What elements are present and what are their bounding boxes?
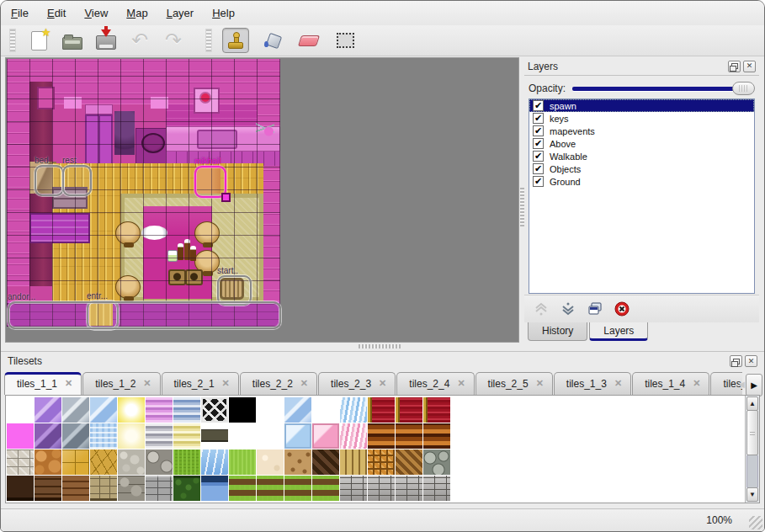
layer-row-keys[interactable]: ✔keys [529,112,754,125]
layer-row-Ground[interactable]: ✔Ground [529,175,754,188]
tile-stripe-orange[interactable] [368,423,395,449]
tileset-tab-tiles_2_2[interactable]: tiles_2_2✕ [240,372,317,395]
open-map-button[interactable] [60,29,85,52]
tile-floral-brown[interactable] [284,450,311,475]
tile-grass-bright[interactable] [229,450,256,475]
layer-row-Above[interactable]: ✔Above [529,137,754,150]
toolbar-drag-handle[interactable] [9,29,16,52]
tileset-tab-tiles_1_2[interactable]: tiles_1_2✕ [82,372,160,395]
tile-sand[interactable] [257,450,284,475]
undo-button[interactable]: ↶ [127,29,152,52]
tile-farm[interactable] [284,476,311,501]
tile-glass-pink[interactable] [312,397,339,423]
stamp-tool-button[interactable] [222,28,249,53]
tile-farm[interactable] [229,476,256,501]
menu-file[interactable]: File [11,7,29,19]
tile-pave-gray[interactable] [7,450,34,475]
tile-empty[interactable] [229,423,256,449]
scroll-up-button[interactable]: ▲ [746,396,758,411]
tile-curtain[interactable] [368,397,395,423]
tile-brickwall[interactable] [423,476,450,501]
layer-row-mapevents[interactable]: ✔mapevents [529,125,754,137]
tileset-tab-tiles_1_3[interactable]: tiles_1_3✕ [554,372,631,395]
scrollbar-thumb[interactable] [746,410,758,455]
tile-tile-yellow[interactable] [62,450,89,475]
map-object-rest[interactable] [62,165,92,196]
tile-water-lt[interactable] [90,423,117,449]
map-canvas[interactable]: bedrestmikhailstart..entr...andor... [7,59,280,327]
tile-brickwall[interactable] [368,476,395,501]
float-panel-button[interactable] [730,355,742,367]
tile-hedge[interactable] [173,476,200,501]
menu-layer[interactable]: Layer [167,7,194,19]
tile-brickwall[interactable] [340,476,367,501]
map-object-bed[interactable] [35,165,64,196]
tile-empty[interactable] [257,423,284,449]
tile-wall-brown[interactable] [35,476,61,501]
object-resize-handle[interactable] [221,193,231,202]
tile-glass-purple-d[interactable] [35,423,61,449]
tile-brick-gray[interactable] [146,476,173,501]
tile-farm[interactable] [257,476,284,501]
tile-tile-pink[interactable] [312,423,339,449]
float-panel-button[interactable] [728,61,741,72]
tile-farm[interactable] [312,476,339,501]
tile-stripe-yellow[interactable] [173,423,200,449]
layer-visible-checkbox[interactable]: ✔ [533,151,544,162]
tile-stripe-blue[interactable] [173,397,200,423]
resize-grip[interactable] [749,516,762,529]
duplicate-layer-button[interactable] [583,298,607,320]
eraser-tool-button[interactable] [296,29,321,52]
new-map-button[interactable] [26,29,51,52]
tile-wall-darkwood[interactable] [7,476,34,501]
map-viewport[interactable]: bedrestmikhailstart..entr...andor... [5,57,519,343]
tile-shingle-dark[interactable] [312,450,339,475]
tab-close-icon[interactable]: ✕ [222,378,230,389]
tab-scroll-left-button[interactable]: ◀ [737,374,746,395]
tile-curtain[interactable] [423,397,450,423]
scroll-down-button[interactable]: ▼ [746,487,758,502]
tab-close-icon[interactable]: ✕ [536,378,544,389]
horizontal-splitter-handle[interactable] [359,344,401,348]
map-object-andor[interactable] [8,301,281,329]
layer-visible-checkbox[interactable]: ✔ [533,113,544,124]
tile-curtain[interactable] [396,397,422,423]
tile-wall-wood[interactable] [62,476,89,501]
tile-ragged-blue[interactable] [340,397,367,423]
tileset-tab-tiles_1_1[interactable]: tiles_1_1✕ [4,372,82,395]
toolbar-drag-handle[interactable] [205,29,212,52]
opacity-slider[interactable] [572,82,755,95]
layer-visible-checkbox[interactable]: ✔ [533,100,544,111]
tile-glass-blue[interactable] [284,397,311,423]
tile-herring-brown[interactable] [396,450,422,475]
tile-black[interactable] [229,397,256,423]
raise-layer-button[interactable] [529,298,553,320]
lower-layer-button[interactable] [556,298,580,320]
tile-wall-tan[interactable] [90,476,117,501]
tile-glow-yellow[interactable] [118,397,145,423]
tile-glass-gray[interactable] [62,397,89,423]
layer-row-Objects[interactable]: ✔Objects [529,162,754,175]
tile-magenta[interactable] [7,423,34,449]
tileset-tab-tiles_2_3[interactable]: tiles_2_3✕ [318,372,396,395]
menu-view[interactable]: View [84,7,108,19]
tile-stripe-orange[interactable] [423,423,450,449]
tileset-tab-tiles_1_4[interactable]: tiles_1_4✕ [632,372,709,395]
tile-wall-stone[interactable] [118,476,145,501]
tab-close-icon[interactable]: ✕ [693,378,700,389]
map-object-mikhail[interactable] [194,166,226,198]
menu-edit[interactable]: Edit [47,7,66,19]
opacity-slider-handle[interactable] [732,82,755,95]
tab-close-icon[interactable]: ✕ [65,378,72,389]
tileset-scrollbar[interactable]: ▲ ▼ [745,396,759,503]
tile-glass-purple[interactable] [35,397,61,423]
tile-cobble-gray[interactable] [146,450,173,475]
redo-button[interactable]: ↷ [161,29,186,52]
tile-plaque[interactable] [201,423,228,449]
tile-plank-wood[interactable] [340,450,367,475]
layer-visible-checkbox[interactable]: ✔ [533,176,544,187]
tileset-tab-tiles_2_4[interactable]: tiles_2_4✕ [396,372,474,395]
tile-grass[interactable] [173,450,200,475]
tile-cobble-orange[interactable] [35,450,61,475]
menu-map[interactable]: Map [126,7,147,19]
